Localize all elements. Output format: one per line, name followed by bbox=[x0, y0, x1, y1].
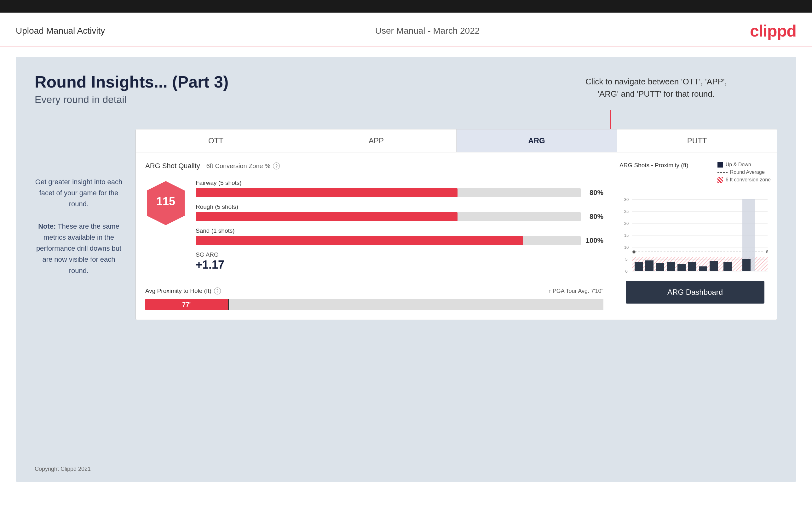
copyright-text: Copyright Clippd 2021 bbox=[35, 466, 91, 472]
svg-rect-26 bbox=[667, 262, 675, 271]
svg-text:8: 8 bbox=[766, 249, 768, 254]
bar-track-fairway bbox=[196, 188, 581, 197]
bar-track-sand bbox=[196, 236, 581, 245]
tab-putt[interactable]: PUTT bbox=[617, 129, 777, 152]
upload-label: Upload Manual Activity bbox=[16, 26, 105, 36]
top-bar bbox=[0, 0, 812, 13]
tab-app[interactable]: APP bbox=[296, 129, 457, 152]
arg-dashboard-button[interactable]: ARG Dashboard bbox=[626, 281, 764, 303]
svg-text:20: 20 bbox=[624, 221, 628, 226]
svg-rect-27 bbox=[677, 264, 686, 271]
svg-rect-30 bbox=[710, 261, 718, 271]
left-panel: ARG Shot Quality 6ft Conversion Zone % ?… bbox=[136, 153, 613, 320]
tab-arg[interactable]: ARG bbox=[457, 129, 617, 152]
svg-rect-31 bbox=[723, 262, 732, 271]
svg-text:30: 30 bbox=[624, 197, 628, 202]
sg-value: +1.17 bbox=[196, 258, 603, 272]
proximity-bar-track: 77' bbox=[145, 299, 603, 310]
hexagon-svg: 115 bbox=[145, 179, 186, 227]
proximity-section: Avg Proximity to Hole (ft) ? ↑ PGA Tour … bbox=[145, 281, 603, 310]
tab-content: ARG Shot Quality 6ft Conversion Zone % ?… bbox=[136, 153, 777, 320]
chart-legend: Up & Down Round Average 6 ft conversion … bbox=[717, 162, 771, 183]
svg-text:15: 15 bbox=[624, 233, 628, 238]
legend-square-icon bbox=[717, 162, 723, 168]
hexagon-wrap: 115 bbox=[145, 179, 186, 227]
header-left: Upload Manual Activity bbox=[16, 26, 105, 36]
clippd-logo: clippd bbox=[750, 21, 796, 40]
svg-marker-21 bbox=[632, 250, 636, 254]
proximity-header: Avg Proximity to Hole (ft) ? ↑ PGA Tour … bbox=[145, 287, 603, 294]
dashboard-panel: OTT APP ARG PUTT ARG Shot Quality 6ft Co… bbox=[136, 129, 777, 320]
svg-rect-29 bbox=[699, 267, 707, 271]
bar-fill-rough-pink bbox=[196, 212, 458, 221]
svg-text:0: 0 bbox=[625, 269, 627, 274]
svg-rect-25 bbox=[656, 263, 664, 271]
proximity-help-icon[interactable]: ? bbox=[214, 287, 221, 294]
insight-paragraph: Get greater insight into each facet of y… bbox=[35, 176, 123, 276]
svg-rect-24 bbox=[645, 261, 654, 271]
bar-pct-fairway: 80% bbox=[585, 189, 603, 197]
chart-svg: 0 5 10 15 20 25 30 bbox=[619, 188, 771, 276]
right-panel: ARG Shots - Proximity (ft) Up & Down Rou… bbox=[613, 153, 777, 320]
conversion-subtitle: 6ft Conversion Zone % ? bbox=[206, 163, 280, 170]
svg-text:5: 5 bbox=[625, 257, 627, 262]
bar-track-rough bbox=[196, 212, 581, 221]
hex-score-container: 115 Fairway (5 shots) 80% bbox=[145, 179, 603, 272]
bar-row-sand: Sand (1 shots) 100% bbox=[196, 227, 603, 245]
proximity-bar-fill: 77' bbox=[145, 299, 228, 310]
chart-title: ARG Shots - Proximity (ft) bbox=[619, 162, 689, 183]
svg-rect-28 bbox=[688, 262, 696, 271]
proximity-cursor bbox=[228, 299, 229, 310]
legend-6ft-zone: 6 ft conversion zone bbox=[717, 177, 771, 183]
bar-fill-fairway-pink bbox=[196, 188, 458, 197]
tab-ott[interactable]: OTT bbox=[136, 129, 296, 152]
svg-rect-32 bbox=[742, 259, 751, 271]
bar-pct-rough: 80% bbox=[585, 213, 603, 221]
proximity-title: Avg Proximity to Hole (ft) ? bbox=[145, 287, 221, 294]
footer: Copyright Clippd 2021 bbox=[35, 466, 91, 472]
panel-header: ARG Shot Quality 6ft Conversion Zone % ? bbox=[145, 162, 603, 170]
bar-row-fairway: Fairway (5 shots) 80% bbox=[196, 179, 603, 197]
insight-text-block: Get greater insight into each facet of y… bbox=[35, 176, 123, 276]
tab-bar: OTT APP ARG PUTT bbox=[136, 129, 777, 153]
header: Upload Manual Activity User Manual - Mar… bbox=[0, 13, 812, 47]
svg-rect-23 bbox=[635, 262, 643, 271]
shot-quality-title: ARG Shot Quality bbox=[145, 162, 200, 170]
legend-up-down: Up & Down bbox=[717, 162, 751, 168]
bar-label-fairway: Fairway (5 shots) bbox=[196, 179, 603, 186]
sg-section: SG ARG +1.17 bbox=[196, 251, 603, 272]
svg-text:25: 25 bbox=[624, 209, 628, 214]
nav-hint: Click to navigate between 'OTT', 'APP','… bbox=[586, 75, 727, 100]
bar-label-sand: Sand (1 shots) bbox=[196, 227, 603, 234]
chart-area: 0 5 10 15 20 25 30 bbox=[619, 188, 771, 276]
bars-section: Fairway (5 shots) 80% Rough (5 shots) bbox=[196, 179, 603, 272]
legend-dashed-icon bbox=[717, 172, 727, 173]
pga-avg: ↑ PGA Tour Avg: 7'10" bbox=[548, 288, 603, 294]
bar-row-rough: Rough (5 shots) 80% bbox=[196, 204, 603, 221]
bar-fill-sand-pink bbox=[196, 236, 523, 245]
nav-hint-text: Click to navigate between 'OTT', 'APP','… bbox=[586, 77, 727, 99]
help-icon[interactable]: ? bbox=[273, 163, 280, 169]
sg-label: SG ARG bbox=[196, 251, 603, 258]
legend-round-avg: Round Average bbox=[717, 169, 765, 175]
manual-label: User Manual - March 2022 bbox=[375, 26, 479, 36]
svg-text:115: 115 bbox=[156, 195, 175, 208]
note-bold: Note: bbox=[38, 222, 56, 230]
bar-label-rough: Rough (5 shots) bbox=[196, 204, 603, 210]
bar-pct-sand: 100% bbox=[585, 236, 603, 245]
legend-hatched-icon bbox=[717, 177, 723, 183]
main-content: Round Insights... (Part 3) Every round i… bbox=[16, 57, 796, 482]
svg-text:10: 10 bbox=[624, 245, 628, 250]
